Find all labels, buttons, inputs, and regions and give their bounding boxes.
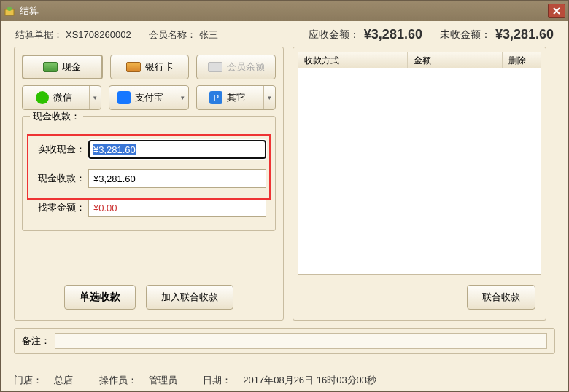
close-button[interactable] [548, 4, 565, 18]
pay-balance-label: 会员余额 [227, 60, 265, 74]
unpaid-amount: ¥3,281.60 [495, 27, 554, 42]
footer-store: 总店 [54, 375, 73, 385]
due-amount: ¥3,281.60 [364, 27, 422, 42]
pay-cash-button[interactable]: 现金 [22, 55, 103, 79]
pay-other-button[interactable]: P其它 ▾ [196, 85, 276, 110]
cash-received-input[interactable] [88, 169, 266, 188]
pay-other-label: 其它 [227, 91, 246, 104]
remark-row: 备注： [14, 328, 555, 354]
svg-point-1 [7, 7, 12, 11]
unpaid-label: 未收金额： [440, 28, 491, 42]
col-method: 收款方式 [298, 52, 408, 68]
pay-bank-label: 银行卡 [145, 60, 174, 74]
window-title: 结算 [20, 4, 548, 17]
join-union-button[interactable]: 加入联合收款 [146, 285, 233, 310]
wechat-icon [36, 91, 49, 104]
right-panel: 收款方式 金额 删除 联合收款 [293, 47, 546, 321]
pay-alipay-button[interactable]: 支付宝 ▾ [109, 85, 188, 110]
change-input[interactable] [88, 198, 266, 217]
bank-card-icon [126, 62, 141, 72]
remark-label: 备注： [22, 334, 50, 348]
cash-group-legend: 现金收款： [30, 110, 83, 123]
member-label: 会员名称： [149, 28, 196, 42]
member-name: 张三 [199, 28, 218, 42]
balance-icon [208, 62, 222, 72]
remark-input[interactable] [55, 333, 547, 349]
doc-no-value: XS1708260002 [66, 29, 131, 40]
due-label: 应收金额： [309, 28, 360, 42]
titlebar: 结算 [1, 1, 568, 21]
wechat-dropdown[interactable]: ▾ [89, 86, 101, 109]
footer: 门店：总店 操作员：管理员 日期：2017年08月26日 16时03分03秒 [14, 374, 400, 387]
doc-no-label: 结算单据： [15, 28, 63, 42]
pay-cash-label: 现金 [62, 60, 81, 74]
pay-wechat-label: 微信 [53, 91, 72, 104]
grid-header: 收款方式 金额 删除 [298, 52, 541, 68]
pay-alipay-label: 支付宝 [135, 91, 163, 104]
left-panel: 现金 银行卡 会员余额 微信 ▾ 支付宝 ▾ [14, 47, 284, 321]
actual-cash-label: 实收现金： [31, 143, 85, 156]
header-row: 结算单据： XS1708260002 会员名称： 张三 应收金额： ¥3,281… [1, 21, 568, 47]
col-amount: 金额 [408, 52, 503, 68]
alipay-dropdown[interactable]: ▾ [177, 86, 188, 109]
change-label: 找零金额： [31, 201, 85, 214]
alipay-icon [117, 91, 131, 104]
footer-operator: 管理员 [149, 375, 177, 385]
pay-bank-button[interactable]: 银行卡 [110, 55, 190, 79]
pay-wechat-button[interactable]: 微信 ▾ [22, 85, 101, 110]
cash-icon [43, 62, 58, 72]
other-dropdown[interactable]: ▾ [263, 86, 275, 109]
payment-grid: 收款方式 金额 删除 [298, 52, 541, 275]
footer-date: 2017年08月26日 16时03分03秒 [243, 375, 376, 385]
cash-received-label: 现金收款： [31, 172, 85, 185]
pay-balance-button: 会员余额 [196, 55, 276, 79]
single-collect-button[interactable]: 单选收款 [64, 285, 136, 310]
other-pay-icon: P [209, 91, 222, 104]
app-icon [4, 5, 15, 17]
col-delete: 删除 [503, 52, 541, 68]
cash-group: 现金收款： 实收现金： 现金收款： 找零金额： [22, 116, 276, 231]
union-collect-button[interactable]: 联合收款 [467, 285, 535, 310]
actual-cash-input[interactable] [88, 140, 266, 159]
